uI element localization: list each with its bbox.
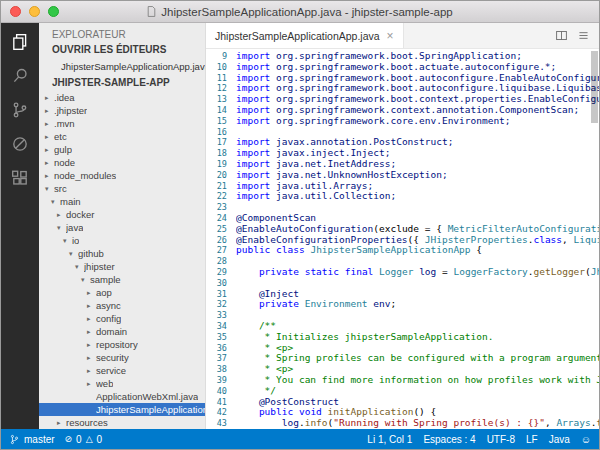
code-line-28[interactable]: 28 <box>206 256 599 267</box>
code-line-38[interactable]: 38 * <p> <box>206 364 599 375</box>
code-editor[interactable]: 9import org.springframework.boot.SpringA… <box>206 49 599 429</box>
warning-count: 0 <box>97 434 103 445</box>
tree-item-sample[interactable]: ▾sample <box>39 273 205 286</box>
code-line-16[interactable]: 16 <box>206 127 599 138</box>
code-line-19[interactable]: 19import java.net.InetAddress; <box>206 159 599 170</box>
activity-explorer-button[interactable] <box>1 25 39 59</box>
more-actions-icon[interactable] <box>577 29 590 42</box>
chevron-right-icon: ▸ <box>57 208 66 221</box>
code-line-29[interactable]: 29 private static final Logger log = Log… <box>206 267 599 278</box>
code-line-34[interactable]: 34 /** <box>206 321 599 332</box>
code-line-31[interactable]: 31 @Inject <box>206 289 599 300</box>
tree-item-label: resources <box>66 416 108 429</box>
tree-item-jhipster[interactable]: ▾jhipster <box>39 260 205 273</box>
tree-item-label: .idea <box>54 91 75 104</box>
cursor-position[interactable]: Li 1, Col 1 <box>367 434 412 445</box>
tree-item-label: config <box>96 312 121 325</box>
tree-item-java[interactable]: ▾java <box>39 221 205 234</box>
code-line-39[interactable]: 39 * You can find more information on ho… <box>206 375 599 386</box>
code-line-14[interactable]: 14import org.springframework.context.ann… <box>206 105 599 116</box>
code-line-26[interactable]: 26@EnableConfigurationProperties({ JHips… <box>206 235 599 246</box>
tree-item-service[interactable]: ▸service <box>39 364 205 377</box>
code-line-22[interactable]: 22import java.util.Collection; <box>206 191 599 202</box>
line-number: 41 <box>206 397 236 408</box>
code-line-10[interactable]: 10import org.springframework.boot.actuat… <box>206 62 599 73</box>
close-tab-icon[interactable]: × <box>387 31 394 41</box>
tree-item-security[interactable]: ▸security <box>39 351 205 364</box>
code-line-35[interactable]: 35 * Initializes jhipsterSampleApplicati… <box>206 332 599 343</box>
tree-item-.mvn[interactable]: ▸.mvn <box>39 117 205 130</box>
encoding-indicator[interactable]: UTF-8 <box>487 434 515 445</box>
code-line-13[interactable]: 13import org.springframework.boot.contex… <box>206 94 599 105</box>
tree-item-web[interactable]: ▸web <box>39 377 205 390</box>
feedback-smiley-icon[interactable]: ☺ <box>581 434 591 445</box>
code-line-27[interactable]: 27public class JhipsterSampleApplication… <box>206 245 599 256</box>
code-line-17[interactable]: 17import javax.annotation.PostConstruct; <box>206 137 599 148</box>
code-line-24[interactable]: 24@ComponentScan <box>206 213 599 224</box>
code-line-23[interactable]: 23 <box>206 202 599 213</box>
code-line-18[interactable]: 18import javax.inject.Inject; <box>206 148 599 159</box>
indentation-indicator[interactable]: Espaces : 4 <box>423 434 475 445</box>
activity-search-button[interactable] <box>1 59 39 93</box>
code-line-43[interactable]: 43 log.info("Running with Spring profile… <box>206 418 599 429</box>
activity-git-button[interactable] <box>1 93 39 127</box>
tab-jhipster-sample-application-app[interactable]: JhipsterSampleApplicationApp.java × <box>206 23 404 48</box>
code-line-15[interactable]: 15import org.springframework.core.env.En… <box>206 116 599 127</box>
git-branch-indicator[interactable]: master <box>9 434 55 445</box>
eol-indicator[interactable]: LF <box>526 434 538 445</box>
tree-item-node-modules[interactable]: ▸node_modules <box>39 169 205 182</box>
zoom-window-button[interactable] <box>48 6 59 17</box>
tree-item-label: java <box>66 221 83 234</box>
line-number: 22 <box>206 191 236 202</box>
tree-item-main[interactable]: ▾main <box>39 195 205 208</box>
code-text: */ <box>236 386 599 397</box>
code-line-42[interactable]: 42 public void initApplication() { <box>206 407 599 418</box>
tree-item-gulp[interactable]: ▸gulp <box>39 143 205 156</box>
code-line-25[interactable]: 25@EnableAutoConfiguration(exclude = { M… <box>206 224 599 235</box>
activity-extensions-button[interactable] <box>1 161 39 195</box>
code-line-20[interactable]: 20import java.net.UnknownHostException; <box>206 170 599 181</box>
close-window-button[interactable] <box>10 6 21 17</box>
open-editors-header[interactable]: OUVRIR LES ÉDITEURS <box>39 41 205 58</box>
tree-item-async[interactable]: ▸async <box>39 299 205 312</box>
tree-item-github[interactable]: ▾github <box>39 247 205 260</box>
code-line-41[interactable]: 41 @PostConstruct <box>206 397 599 408</box>
minimize-window-button[interactable] <box>29 6 40 17</box>
tree-item-.idea[interactable]: ▸.idea <box>39 91 205 104</box>
code-line-9[interactable]: 9import org.springframework.boot.SpringA… <box>206 51 599 62</box>
tree-item-repository[interactable]: ▸repository <box>39 338 205 351</box>
project-header[interactable]: JHIPSTER-SAMPLE-APP <box>39 74 205 91</box>
code-lines: 9import org.springframework.boot.SpringA… <box>206 51 599 429</box>
tree-item-config[interactable]: ▸config <box>39 312 205 325</box>
tree-item-etc[interactable]: ▸etc <box>39 130 205 143</box>
activity-debug-button[interactable] <box>1 127 39 161</box>
tree-item-resources[interactable]: ▸resources <box>39 416 205 429</box>
split-editor-icon[interactable] <box>555 29 568 42</box>
chevron-right-icon: ▸ <box>87 338 96 351</box>
code-line-21[interactable]: 21import java.util.Arrays; <box>206 181 599 192</box>
tree-item-docker[interactable]: ▸docker <box>39 208 205 221</box>
code-line-40[interactable]: 40 */ <box>206 386 599 397</box>
code-line-32[interactable]: 32 private Environment env; <box>206 299 599 310</box>
code-line-11[interactable]: 11import org.springframework.boot.autoco… <box>206 73 599 84</box>
code-line-37[interactable]: 37 * Spring profiles can be configured w… <box>206 353 599 364</box>
tree-item-io[interactable]: ▾io <box>39 234 205 247</box>
tree-item-label: web <box>96 377 113 390</box>
code-line-30[interactable]: 30 <box>206 278 599 289</box>
language-indicator[interactable]: Java <box>549 434 570 445</box>
tree-item-src[interactable]: ▾src <box>39 182 205 195</box>
tree-item-aop[interactable]: ▸aop <box>39 286 205 299</box>
tree-item-jhipstersampleapplicationapp.java[interactable]: JhipsterSampleApplicationApp.java <box>39 403 205 416</box>
editor-scrollbar[interactable] <box>591 51 598 123</box>
tree-item-.jhipster[interactable]: ▸.jhipster <box>39 104 205 117</box>
tree-item-node[interactable]: ▸node <box>39 156 205 169</box>
tree-item-label: async <box>96 299 121 312</box>
code-line-36[interactable]: 36 * <p> <box>206 343 599 354</box>
code-text: @ComponentScan <box>236 213 599 224</box>
code-line-33[interactable]: 33 <box>206 310 599 321</box>
tree-item-applicationwebxml.java[interactable]: ApplicationWebXml.java <box>39 390 205 403</box>
code-line-12[interactable]: 12import org.springframework.boot.autoco… <box>206 83 599 94</box>
tree-item-domain[interactable]: ▸domain <box>39 325 205 338</box>
problems-indicator[interactable]: ⊘ 0 △ 0 <box>65 434 103 445</box>
open-editor-item[interactable]: JhipsterSampleApplicationApp.java src/m.… <box>39 58 205 74</box>
